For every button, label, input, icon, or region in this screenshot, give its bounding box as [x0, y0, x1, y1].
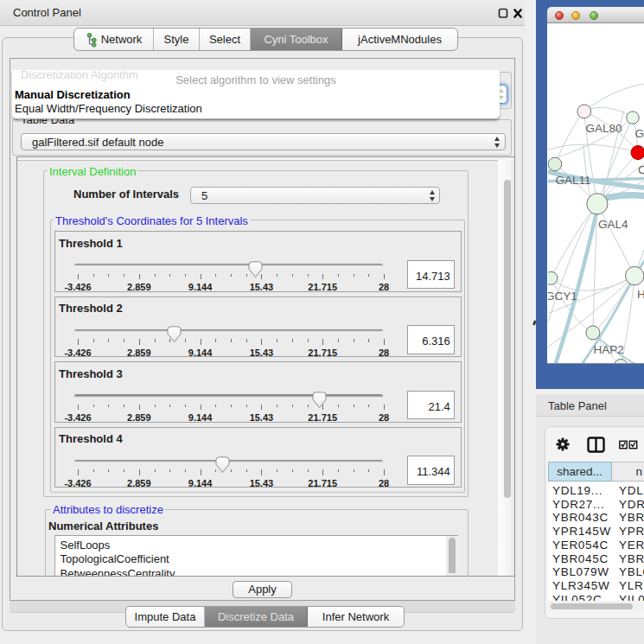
- svg-text:G.: G.: [634, 126, 644, 139]
- svg-text:GAL80: GAL80: [585, 122, 622, 135]
- svg-text:GAL4: GAL4: [598, 217, 628, 230]
- svg-text:C: C: [638, 163, 644, 175]
- svg-text:GAL11: GAL11: [555, 173, 590, 186]
- svg-text:GCY1: GCY1: [548, 290, 577, 303]
- svg-text:H: H: [636, 287, 644, 300]
- svg-text:HAP2: HAP2: [593, 343, 623, 356]
